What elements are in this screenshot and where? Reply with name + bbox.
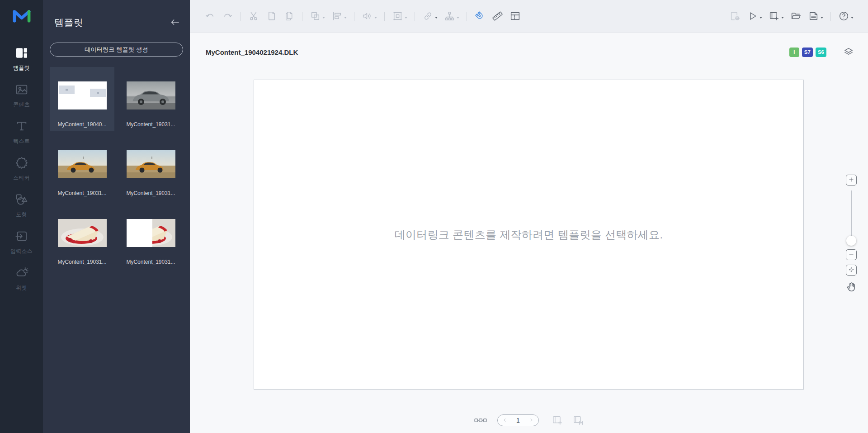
dropdown-caret-icon <box>821 17 823 19</box>
template-card[interactable]: MyContent_19031... <box>50 136 114 200</box>
work-area: MyContent_1904021924.DLK IS7S6 데이터링크 콘텐츠… <box>190 33 868 433</box>
page-navigator: 1 <box>497 414 539 426</box>
status-badge-s6: S6 <box>816 48 826 57</box>
chevron-left-icon <box>502 417 508 423</box>
dropdown-caret-icon <box>457 17 459 19</box>
template-card[interactable]: MyContent_19031... <box>50 205 114 269</box>
frame-button[interactable] <box>392 10 407 22</box>
toolbar-separator <box>302 12 302 21</box>
toolbar-separator <box>467 12 467 21</box>
redo-button[interactable] <box>222 10 233 22</box>
copy-button[interactable] <box>266 10 277 22</box>
audio-button[interactable] <box>362 10 377 22</box>
sidebar-item-text[interactable]: 텍스트 <box>0 119 43 145</box>
magnet-button[interactable] <box>474 10 486 22</box>
template-thumbnail-gold-car <box>127 150 175 178</box>
toolbar-separator <box>830 12 831 21</box>
align-button[interactable] <box>331 10 347 22</box>
input-source-icon <box>14 229 29 243</box>
zoom-out-button[interactable] <box>846 249 857 260</box>
sidebar-item-label: 도형 <box>16 211 27 219</box>
dropdown-caret-icon <box>435 17 438 19</box>
zoom-slider[interactable] <box>846 190 857 243</box>
table-icon <box>509 10 521 22</box>
hand-tool-button[interactable] <box>845 281 857 293</box>
template-card[interactable]: MyContent_19040... <box>50 67 114 131</box>
add-page-icon <box>552 421 563 428</box>
template-thumbnail-cheesecake <box>58 219 107 247</box>
hand-icon <box>845 287 857 294</box>
template-name: MyContent_19031... <box>57 190 106 196</box>
align-icon <box>331 10 343 22</box>
template-thumbnail-cheesecake-half <box>127 219 175 247</box>
table-button[interactable] <box>509 10 521 22</box>
sidebar-item-label: 콘텐츠 <box>13 101 30 109</box>
dropdown-caret-icon <box>851 17 854 19</box>
play-button[interactable] <box>747 10 762 22</box>
create-datalink-template-button[interactable]: 데이터링크 템플릿 생성 <box>50 43 183 57</box>
template-name: MyContent_19031... <box>126 190 175 196</box>
paste-button[interactable] <box>283 10 295 22</box>
dropdown-caret-icon <box>760 17 762 19</box>
sidebar-item-content[interactable]: 콘텐츠 <box>0 82 43 109</box>
sidebar-item-widget[interactable]: 위젯 <box>0 266 43 292</box>
sidebar-item-template[interactable]: 템플릿 <box>0 46 43 72</box>
sidebar-item-label: 위젯 <box>16 284 27 292</box>
pages-overview-button[interactable] <box>474 415 487 426</box>
link-icon <box>422 10 434 22</box>
frame-icon <box>392 10 403 22</box>
toolbar-separator <box>384 12 385 21</box>
toolbar-separator <box>354 12 354 21</box>
layers-icon <box>843 52 854 59</box>
open-button[interactable] <box>790 10 802 22</box>
status-badges: IS7S6 <box>789 48 826 57</box>
template-name: MyContent_19031... <box>126 259 175 265</box>
link-button[interactable] <box>422 10 438 22</box>
zoom-in-button[interactable] <box>846 175 857 186</box>
status-badge-s7: S7 <box>802 48 813 57</box>
save-button[interactable] <box>808 10 823 22</box>
sidebar-item-sticker[interactable]: 스티커 <box>0 156 43 182</box>
fit-screen-button[interactable] <box>846 265 857 276</box>
chevron-right-icon <box>528 417 534 423</box>
layers-button[interactable] <box>843 46 854 58</box>
sticker-icon <box>14 156 29 170</box>
redo-icon <box>222 10 233 22</box>
paste-icon <box>283 10 295 22</box>
document-title: MyContent_1904021924.DLK <box>206 48 298 56</box>
content-icon <box>14 82 29 97</box>
sidebar-item-label: 스티커 <box>13 174 30 182</box>
template-thumbnail-layout-placeholder <box>58 81 107 109</box>
cut-button[interactable] <box>248 10 259 22</box>
dropdown-caret-icon <box>781 17 784 19</box>
audio-icon <box>362 10 373 22</box>
page-settings-icon <box>729 10 741 22</box>
page-settings-button[interactable] <box>729 10 741 22</box>
fit-screen-icon <box>848 266 854 274</box>
magnet-icon <box>474 10 486 22</box>
add-page-button[interactable] <box>769 10 784 22</box>
template-panel: 템플릿 데이터링크 템플릿 생성 MyContent_19040... MyCo… <box>43 0 190 433</box>
undo-icon <box>204 10 216 22</box>
add-page-button[interactable] <box>552 414 563 426</box>
sidebar-item-input[interactable]: 입력소스 <box>0 229 43 255</box>
next-page-button[interactable] <box>528 417 534 423</box>
current-page-number: 1 <box>516 417 520 424</box>
template-card[interactable]: MyContent_19031... <box>118 67 183 131</box>
empty-canvas-message: 데이터링크 콘텐츠를 제작하려면 템플릿을 선택하세요. <box>395 228 663 242</box>
add-page-m-icon <box>572 421 584 428</box>
zoom-out-icon <box>848 251 854 259</box>
arrange-button[interactable] <box>310 10 325 22</box>
add-master-page-button[interactable] <box>572 414 584 426</box>
zoom-slider-thumb[interactable] <box>846 236 856 246</box>
sidebar-item-shape[interactable]: 도형 <box>0 192 43 219</box>
collapse-panel-button[interactable] <box>168 17 182 29</box>
hierarchy-button[interactable] <box>444 10 459 22</box>
undo-button[interactable] <box>204 10 216 22</box>
prev-page-button[interactable] <box>502 417 508 423</box>
template-card[interactable]: MyContent_19031... <box>118 205 183 269</box>
help-button[interactable] <box>838 10 854 22</box>
template-card[interactable]: MyContent_19031... <box>118 136 183 200</box>
dropdown-caret-icon <box>405 17 407 19</box>
ruler-button[interactable] <box>492 10 503 22</box>
